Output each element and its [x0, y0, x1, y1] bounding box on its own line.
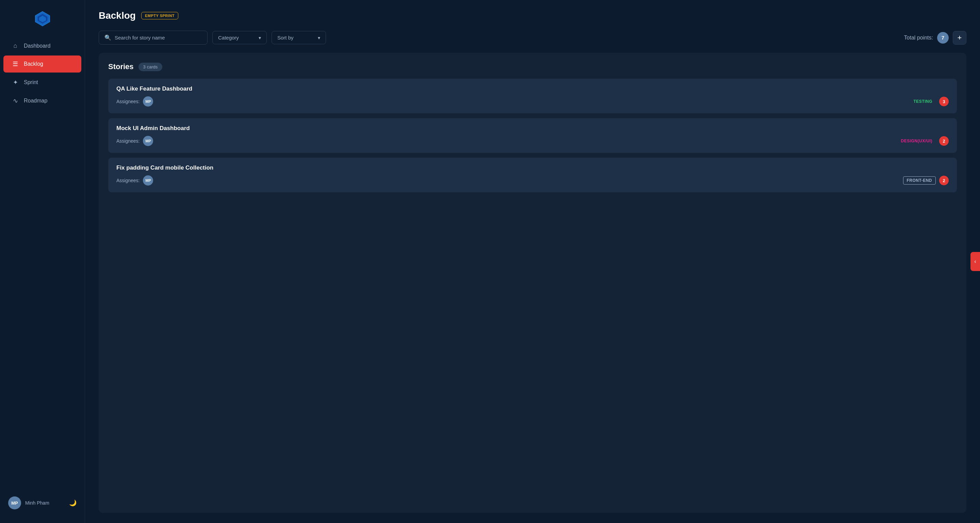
story-tags: TESTING 3 [910, 97, 949, 106]
page-header: Backlog EMPTY SPRINT [99, 10, 966, 21]
total-points-badge: 7 [937, 32, 949, 43]
story-meta: Assignees: MP FRONT-END 2 [116, 175, 949, 186]
sprint-icon: ✦ [11, 79, 19, 86]
sort-label: Sort by [277, 35, 294, 40]
search-input[interactable] [115, 35, 202, 40]
avatar: MP [143, 136, 153, 146]
cards-count-badge: 3 cards [138, 63, 163, 71]
dark-mode-toggle-icon[interactable]: 🌙 [69, 499, 76, 507]
sidebar: ⌂ Dashboard ☰ Backlog ✦ Sprint ∿ Roadmap… [0, 0, 85, 523]
toolbar: 🔍 Category ▾ Sort by ▾ Total points: 7 + [99, 31, 966, 45]
stories-section: Stories 3 cards QA Like Feature Dashboar… [99, 53, 966, 513]
right-panel-toggle-button[interactable]: ‹ [970, 252, 980, 271]
sidebar-item-label-backlog: Backlog [24, 61, 43, 67]
assignees-label: Assignees: [116, 178, 140, 183]
assignees-label: Assignees: [116, 99, 140, 104]
category-dropdown-arrow: ▾ [259, 35, 261, 40]
story-card[interactable]: Mock UI Admin Dashboard Assignees: MP DE… [108, 118, 957, 153]
search-box[interactable]: 🔍 [99, 31, 208, 45]
tag-testing: TESTING [910, 98, 936, 105]
avatar: MP [143, 175, 153, 186]
sidebar-footer: MP Minh Pham 🌙 [0, 490, 85, 516]
tag-frontend: FRONT-END [903, 176, 936, 185]
app-logo-icon [34, 10, 51, 27]
sidebar-item-sprint[interactable]: ✦ Sprint [3, 74, 81, 91]
assignees: Assignees: MP [116, 175, 153, 186]
category-label: Category [218, 35, 239, 40]
search-icon: 🔍 [105, 34, 111, 41]
story-title: QA Like Feature Dashboard [116, 86, 949, 92]
sidebar-item-label-dashboard: Dashboard [24, 43, 50, 49]
story-tags: DESIGN(UX/UI) 2 [897, 136, 949, 146]
page-title: Backlog [99, 10, 136, 21]
tag-design: DESIGN(UX/UI) [897, 137, 936, 145]
points-pill: 3 [939, 97, 949, 106]
story-card[interactable]: QA Like Feature Dashboard Assignees: MP … [108, 79, 957, 113]
category-dropdown[interactable]: Category ▾ [212, 31, 267, 44]
backlog-icon: ☰ [11, 60, 19, 68]
chevron-left-icon: ‹ [974, 258, 976, 265]
sidebar-nav: ⌂ Dashboard ☰ Backlog ✦ Sprint ∿ Roadmap [0, 37, 85, 490]
stories-header: Stories 3 cards [108, 62, 957, 71]
user-avatar: MP [8, 496, 21, 509]
user-name: Minh Pham [25, 500, 49, 505]
sort-dropdown-arrow: ▾ [318, 35, 320, 40]
total-points-container: Total points: 7 + [904, 31, 966, 45]
story-tags: FRONT-END 2 [903, 176, 949, 185]
logo-container [0, 7, 85, 37]
assignees: Assignees: MP [116, 96, 153, 107]
stories-title: Stories [108, 62, 134, 71]
story-meta: Assignees: MP DESIGN(UX/UI) 2 [116, 136, 949, 146]
sidebar-item-dashboard[interactable]: ⌂ Dashboard [3, 37, 81, 54]
empty-sprint-badge: EMPTY SPRINT [141, 12, 178, 19]
sort-dropdown[interactable]: Sort by ▾ [272, 31, 326, 44]
user-info: MP Minh Pham [8, 496, 49, 509]
sidebar-item-backlog[interactable]: ☰ Backlog [3, 56, 81, 73]
home-icon: ⌂ [11, 42, 19, 49]
main-content: Backlog EMPTY SPRINT 🔍 Category ▾ Sort b… [85, 0, 980, 523]
avatar: MP [143, 96, 153, 107]
story-title: Fix padding Card mobile Collection [116, 164, 949, 171]
roadmap-icon: ∿ [11, 97, 19, 105]
assignees: Assignees: MP [116, 136, 153, 146]
story-title: Mock UI Admin Dashboard [116, 125, 949, 132]
points-pill: 2 [939, 176, 949, 185]
points-pill: 2 [939, 136, 949, 146]
total-points-label: Total points: [904, 35, 933, 41]
add-story-button[interactable]: + [953, 31, 966, 45]
story-card[interactable]: Fix padding Card mobile Collection Assig… [108, 158, 957, 192]
assignees-label: Assignees: [116, 138, 140, 144]
sidebar-item-label-roadmap: Roadmap [24, 98, 47, 104]
sidebar-item-label-sprint: Sprint [24, 79, 38, 86]
story-meta: Assignees: MP TESTING 3 [116, 96, 949, 107]
sidebar-item-roadmap[interactable]: ∿ Roadmap [3, 92, 81, 109]
